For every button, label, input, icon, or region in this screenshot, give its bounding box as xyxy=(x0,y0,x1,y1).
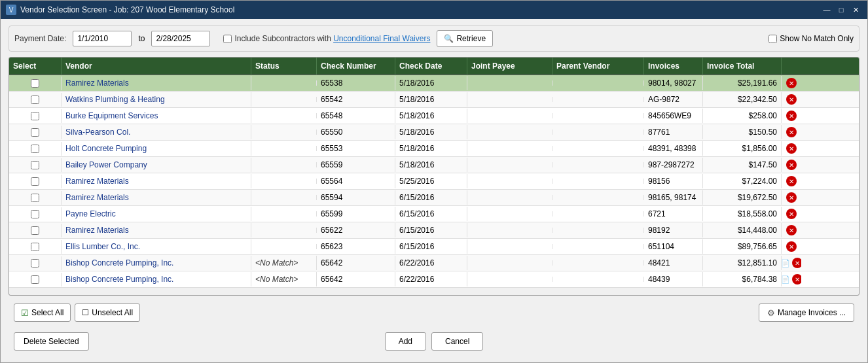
search-icon: 🔍 xyxy=(444,34,454,43)
actions-cell: 📄✕ xyxy=(782,271,801,287)
delete-row-button[interactable]: ✕ xyxy=(786,94,797,105)
row-checkbox[interactable] xyxy=(31,112,39,120)
check-date-cell: 6/15/2016 xyxy=(395,207,467,221)
select-cell xyxy=(9,175,62,188)
invoice-total-cell: $6,784.38 xyxy=(703,272,782,286)
show-no-match-checkbox[interactable] xyxy=(769,35,777,43)
bottom-bar: ☑ Select All ☐ Unselect All ⚙ Manage Inv… xyxy=(9,301,859,324)
invoice-total-cell: $89,756.65 xyxy=(703,239,782,254)
invoice-total-cell: $19,672.50 xyxy=(703,190,782,205)
vendor-cell: Payne Electric xyxy=(62,207,251,221)
parent-vendor-cell xyxy=(552,195,644,200)
table-row: Holt Concrete Pumping655535/18/201648391… xyxy=(9,141,859,157)
row-checkbox[interactable] xyxy=(31,210,39,218)
status-cell xyxy=(251,228,317,233)
joint-payee-cell xyxy=(467,130,552,135)
title-bar: V Vendor Selection Screen - Job: 207 Woo… xyxy=(1,1,867,19)
row-checkbox[interactable] xyxy=(31,128,39,137)
table-row: Bishop Concrete Pumping, Inc.<No Match>6… xyxy=(9,255,859,271)
date-to-input[interactable] xyxy=(151,31,210,46)
action-bar: Delete Selected Add Cancel xyxy=(9,330,859,356)
joint-payee-cell xyxy=(467,113,552,118)
delete-row-button[interactable]: ✕ xyxy=(786,225,797,235)
row-checkbox[interactable] xyxy=(31,145,39,153)
delete-row-button[interactable]: ✕ xyxy=(786,127,797,137)
document-icon[interactable]: 📄 xyxy=(782,258,791,268)
date-from-input[interactable] xyxy=(73,31,132,46)
delete-row-button[interactable]: ✕ xyxy=(786,241,797,252)
delete-row-button[interactable]: ✕ xyxy=(786,111,797,121)
row-checkbox[interactable] xyxy=(31,177,39,186)
table-row: Bailey Power Company655595/18/2016987-29… xyxy=(9,157,859,173)
table-row: Silva-Pearson Col.655505/18/201687761$15… xyxy=(9,124,859,141)
row-checkbox[interactable] xyxy=(31,194,39,202)
parent-vendor-cell xyxy=(552,179,644,184)
delete-row-button[interactable]: ✕ xyxy=(786,176,797,186)
row-checkbox[interactable] xyxy=(31,259,39,268)
minimize-button[interactable]: — xyxy=(820,4,833,16)
unconditional-final-waivers-text: Unconditional Final Waivers xyxy=(333,34,430,43)
include-subcontractors-checkbox[interactable] xyxy=(223,35,232,43)
parent-vendor-cell xyxy=(552,146,644,151)
check-date-cell: 6/15/2016 xyxy=(395,190,467,205)
check-number-cell: 65542 xyxy=(317,92,395,107)
vendor-cell: Burke Equipment Services xyxy=(62,109,251,123)
check-number-cell: 65553 xyxy=(317,141,395,156)
bottom-right-actions: ⚙ Manage Invoices ... xyxy=(759,303,854,322)
row-checkbox[interactable] xyxy=(31,161,39,169)
invoice-total-cell: $258.00 xyxy=(703,109,782,123)
unselect-all-button[interactable]: ☐ Unselect All xyxy=(75,303,140,322)
row-checkbox[interactable] xyxy=(31,226,39,235)
maximize-button[interactable]: □ xyxy=(835,4,848,16)
uncheck-icon: ☐ xyxy=(82,308,89,317)
cancel-button[interactable]: Cancel xyxy=(431,332,483,351)
table-row: Payne Electric655996/15/20166721$18,558.… xyxy=(9,206,859,222)
joint-payee-cell xyxy=(467,195,552,200)
row-checkbox[interactable] xyxy=(31,95,39,104)
parent-vendor-cell xyxy=(552,244,644,249)
parent-vendor-cell xyxy=(552,277,644,282)
check-date-cell: 6/15/2016 xyxy=(395,239,467,254)
delete-row-button[interactable]: ✕ xyxy=(786,143,797,154)
col-check-number: Check Number xyxy=(317,58,395,75)
check-date-cell: 5/18/2016 xyxy=(395,109,467,123)
manage-invoices-button[interactable]: ⚙ Manage Invoices ... xyxy=(759,303,854,322)
select-all-button[interactable]: ☑ Select All xyxy=(14,303,71,322)
col-invoices: Invoices xyxy=(644,58,703,75)
check-number-cell: 65642 xyxy=(317,256,395,270)
select-all-label: Select All xyxy=(31,308,63,317)
status-cell xyxy=(251,195,317,200)
invoice-total-cell: $7,224.00 xyxy=(703,174,782,188)
invoice-total-cell: $1,856.00 xyxy=(703,141,782,156)
status-cell xyxy=(251,80,317,86)
close-button[interactable]: ✕ xyxy=(849,4,862,16)
gear-icon: ⚙ xyxy=(767,308,775,318)
delete-row-button[interactable]: ✕ xyxy=(792,258,801,268)
check-date-cell: 6/22/2016 xyxy=(395,272,467,286)
delete-row-button[interactable]: ✕ xyxy=(786,160,797,170)
col-status: Status xyxy=(251,58,317,75)
row-checkbox[interactable] xyxy=(31,79,39,88)
invoices-cell: 48421 xyxy=(644,256,703,270)
actions-cell: ✕ xyxy=(782,190,801,205)
check-number-cell: 65622 xyxy=(317,223,395,237)
retrieve-button[interactable]: 🔍 Retrieve xyxy=(437,30,493,47)
invoices-cell: 48391, 48398 xyxy=(644,141,703,156)
check-number-cell: 65642 xyxy=(317,272,395,286)
row-checkbox[interactable] xyxy=(31,243,39,251)
delete-selected-button[interactable]: Delete Selected xyxy=(14,332,89,351)
vendor-cell: Ramirez Materials xyxy=(62,76,251,90)
include-subcontractors-group: Include Subcontractors with Unconditiona… xyxy=(223,34,430,43)
add-button[interactable]: Add xyxy=(385,332,426,351)
vendor-cell: Watkins Plumbing & Heating xyxy=(62,92,251,107)
delete-row-button[interactable]: ✕ xyxy=(786,78,797,88)
bottom-left-actions: ☑ Select All ☐ Unselect All xyxy=(14,303,140,322)
row-checkbox[interactable] xyxy=(31,275,39,284)
delete-row-button[interactable]: ✕ xyxy=(792,274,801,285)
document-icon[interactable]: 📄 xyxy=(782,274,791,285)
delete-row-button[interactable]: ✕ xyxy=(786,209,797,219)
actions-cell: ✕ xyxy=(782,157,801,173)
delete-row-button[interactable]: ✕ xyxy=(786,192,797,203)
table-row: Ramirez Materials655645/25/201698156$7,2… xyxy=(9,173,859,190)
status-cell: <No Match> xyxy=(251,256,317,270)
